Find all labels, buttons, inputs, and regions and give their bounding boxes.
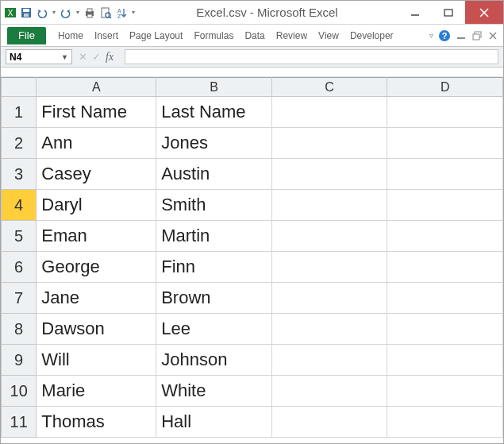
cell-C3[interactable]: [271, 159, 387, 190]
cell-C2[interactable]: [271, 128, 387, 159]
help-icon[interactable]: ?: [438, 29, 451, 42]
cell-D9[interactable]: [387, 345, 503, 376]
cell-C4[interactable]: [271, 190, 387, 221]
cell-B7[interactable]: Brown: [156, 283, 272, 314]
cell-D5[interactable]: [387, 221, 503, 252]
cell-A8[interactable]: Dawson: [37, 314, 156, 345]
cell-A1[interactable]: First Name: [37, 97, 156, 128]
cell-C8[interactable]: [271, 314, 387, 345]
row-header[interactable]: 11: [2, 407, 37, 438]
sheet-area[interactable]: A B C D 1First NameLast Name2AnnJones3Ca…: [1, 77, 503, 443]
row-header[interactable]: 2: [2, 128, 37, 159]
tab-insert[interactable]: Insert: [89, 27, 124, 44]
row-header[interactable]: 4: [2, 190, 37, 221]
table-row[interactable]: 1First NameLast Name: [2, 97, 503, 128]
table-row[interactable]: 4DarylSmith: [2, 190, 503, 221]
cell-D8[interactable]: [387, 314, 503, 345]
table-row[interactable]: 8DawsonLee: [2, 314, 503, 345]
undo-icon[interactable]: [36, 6, 48, 19]
cell-B6[interactable]: Finn: [156, 252, 272, 283]
tab-home[interactable]: Home: [52, 27, 89, 44]
cell-C5[interactable]: [271, 221, 387, 252]
cell-C11[interactable]: [271, 407, 387, 438]
cell-A2[interactable]: Ann: [37, 128, 156, 159]
restore-window-icon[interactable]: [471, 30, 483, 41]
row-header[interactable]: 7: [2, 283, 37, 314]
chevron-down-icon[interactable]: ▼: [61, 53, 68, 61]
cell-D10[interactable]: [387, 376, 503, 407]
cell-A10[interactable]: Marie: [37, 376, 156, 407]
table-row[interactable]: 9WillJohnson: [2, 345, 503, 376]
cell-D4[interactable]: [387, 190, 503, 221]
tab-data[interactable]: Data: [239, 27, 270, 44]
row-header[interactable]: 9: [2, 345, 37, 376]
maximize-button[interactable]: [432, 1, 465, 24]
table-row[interactable]: 6GeorgeFinn: [2, 252, 503, 283]
cell-B11[interactable]: Hall: [156, 407, 272, 438]
cell-B9[interactable]: Johnson: [156, 345, 272, 376]
cell-B10[interactable]: White: [156, 376, 272, 407]
fx-icon[interactable]: fx: [106, 51, 118, 64]
close-button[interactable]: [465, 1, 503, 24]
cell-A7[interactable]: Jane: [37, 283, 156, 314]
cell-A11[interactable]: Thomas: [37, 407, 156, 438]
cell-D3[interactable]: [387, 159, 503, 190]
cell-D1[interactable]: [387, 97, 503, 128]
row-header[interactable]: 1: [2, 97, 37, 128]
tab-developer[interactable]: Developer: [344, 27, 399, 44]
dropdown-arrow-icon[interactable]: ▾: [75, 10, 80, 16]
table-row[interactable]: 3CaseyAustin: [2, 159, 503, 190]
cell-A3[interactable]: Casey: [37, 159, 156, 190]
cell-D6[interactable]: [387, 252, 503, 283]
table-row[interactable]: 2AnnJones: [2, 128, 503, 159]
formula-input[interactable]: [125, 49, 498, 64]
row-header[interactable]: 8: [2, 314, 37, 345]
cell-D11[interactable]: [387, 407, 503, 438]
cell-C7[interactable]: [271, 283, 387, 314]
cell-C1[interactable]: [271, 97, 387, 128]
cell-D2[interactable]: [387, 128, 503, 159]
table-row[interactable]: 10MarieWhite: [2, 376, 503, 407]
tab-page-layout[interactable]: Page Layout: [124, 27, 188, 44]
cell-B8[interactable]: Lee: [156, 314, 272, 345]
minimize-ribbon-icon[interactable]: [456, 30, 467, 41]
close-workbook-icon[interactable]: [487, 30, 498, 41]
cell-C10[interactable]: [271, 376, 387, 407]
cell-D7[interactable]: [387, 283, 503, 314]
print-icon[interactable]: [83, 6, 96, 19]
cell-A5[interactable]: Eman: [37, 221, 156, 252]
name-box[interactable]: N4 ▼: [6, 49, 72, 64]
row-header[interactable]: 6: [2, 252, 37, 283]
table-row[interactable]: 7JaneBrown: [2, 283, 503, 314]
sort-icon[interactable]: AZ: [115, 6, 128, 19]
table-row[interactable]: 11ThomasHall: [2, 407, 503, 438]
spreadsheet-grid[interactable]: A B C D 1First NameLast Name2AnnJones3Ca…: [1, 77, 503, 438]
cell-B1[interactable]: Last Name: [156, 97, 272, 128]
tab-view[interactable]: View: [313, 27, 344, 44]
col-header-D[interactable]: D: [387, 78, 503, 97]
tab-formulas[interactable]: Formulas: [188, 27, 239, 44]
col-header-C[interactable]: C: [271, 78, 387, 97]
tab-review[interactable]: Review: [271, 27, 313, 44]
row-header[interactable]: 10: [2, 376, 37, 407]
dropdown-arrow-icon[interactable]: ▾: [52, 10, 56, 16]
select-all-corner[interactable]: [2, 78, 37, 97]
cell-A6[interactable]: George: [37, 252, 156, 283]
cell-A4[interactable]: Daryl: [37, 190, 156, 221]
cell-C6[interactable]: [271, 252, 387, 283]
cell-B5[interactable]: Martin: [156, 221, 272, 252]
table-row[interactable]: 5EmanMartin: [2, 221, 503, 252]
cell-A9[interactable]: Will: [37, 345, 156, 376]
col-header-A[interactable]: A: [37, 78, 156, 97]
file-tab[interactable]: File: [7, 27, 46, 44]
row-header[interactable]: 5: [2, 221, 37, 252]
cell-B3[interactable]: Austin: [156, 159, 272, 190]
cell-C9[interactable]: [271, 345, 387, 376]
redo-icon[interactable]: [60, 6, 72, 19]
col-header-B[interactable]: B: [156, 78, 272, 97]
ribbon-help-dropdown-icon[interactable]: ▿: [429, 31, 433, 40]
save-icon[interactable]: [20, 6, 33, 19]
print-preview-icon[interactable]: [99, 6, 112, 19]
cell-B2[interactable]: Jones: [156, 128, 272, 159]
cell-B4[interactable]: Smith: [156, 190, 272, 221]
